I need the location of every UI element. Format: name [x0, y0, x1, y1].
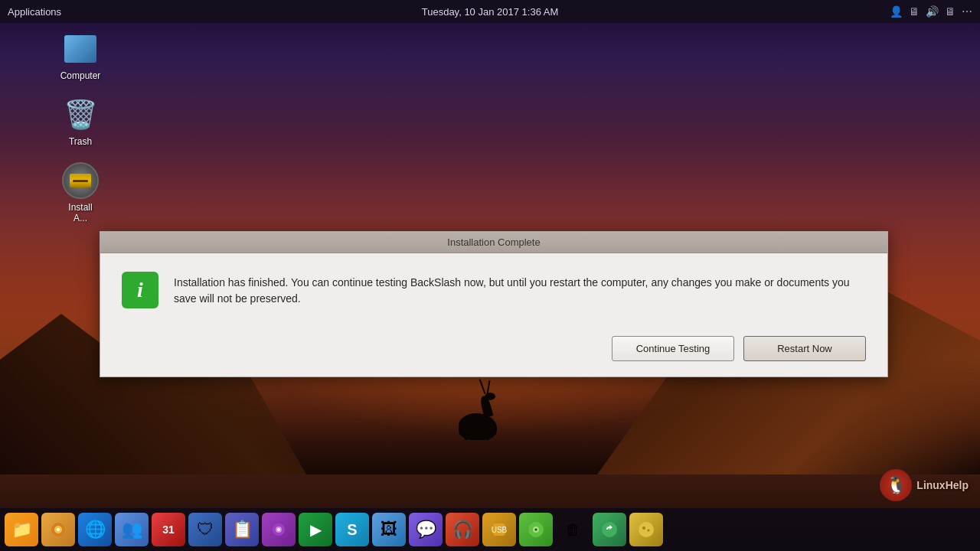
clock-display: Tuesday, 10 Jan 2017 1:36 AM [422, 6, 559, 18]
taskbar-icon-headphones[interactable]: 🎧 [446, 513, 479, 546]
taskbar-icon-contacts[interactable]: 👥 [115, 513, 149, 546]
taskbar-icon-browser[interactable]: 🌐 [78, 513, 112, 546]
taskbar-icon-torchlight[interactable] [41, 513, 75, 546]
installer-inner [70, 174, 91, 187]
svg-point-10 [535, 529, 537, 531]
taskbar-icon-calendar[interactable]: 31 [152, 513, 185, 546]
taskbar-icon-cheese[interactable] [629, 513, 663, 546]
installation-complete-dialog: Installation Complete i Installation has… [100, 231, 888, 377]
taskbar-icon-update[interactable] [593, 513, 626, 546]
taskbar-icon-files[interactable]: 📁 [5, 513, 38, 546]
svg-point-13 [642, 527, 645, 530]
computer-icon-image [62, 31, 99, 67]
network-tray-icon[interactable]: 🖥 [945, 5, 956, 18]
desktop-icon-installer[interactable]: InstallA... [50, 162, 111, 223]
taskbar-icon-gallery[interactable]: 🖼 [372, 513, 406, 546]
svg-point-5 [277, 528, 280, 531]
computer-icon-svg [64, 35, 96, 63]
dialog-content: i Installation has finished. You can con… [100, 253, 887, 327]
display-tray-icon[interactable]: 🖥 [909, 5, 920, 18]
taskbar: 📁 🌐 👥 31 🛡 📋 ▶ S 🖼 💬 🎧 USB 🗑 [0, 508, 980, 551]
taskbar-icon-settings[interactable] [262, 513, 296, 546]
user-tray-icon[interactable]: 👤 [890, 5, 903, 18]
desktop-icon-computer[interactable]: Computer [50, 31, 111, 81]
linuxhelp-icon: 🐧 [880, 469, 912, 501]
dialog-icon-area: i [122, 272, 158, 308]
desktop-icons-area: Computer 🗑️ Trash InstallA... [50, 31, 111, 223]
svg-point-2 [57, 528, 60, 531]
taskbar-icon-vpn[interactable]: 🛡 [188, 513, 222, 546]
top-panel: Applications Tuesday, 10 Jan 2017 1:36 A… [0, 0, 980, 23]
trash-icon-label: Trash [69, 136, 92, 147]
installer-icon-image [62, 162, 99, 199]
restart-now-button[interactable]: Restart Now [743, 336, 866, 361]
linuxhelp-logo: 🐧 LinuxHelp [880, 469, 969, 501]
svg-point-12 [639, 522, 654, 537]
more-tray-icon[interactable]: ⋯ [962, 5, 972, 18]
desktop: Applications Tuesday, 10 Jan 2017 1:36 A… [0, 0, 980, 551]
trash-icon-image: 🗑️ [62, 96, 99, 133]
svg-point-14 [648, 530, 650, 532]
system-tray: 👤 🖥 🔊 🖥 ⋯ [890, 5, 972, 18]
info-icon: i [122, 272, 158, 308]
desktop-icon-trash[interactable]: 🗑️ Trash [50, 96, 111, 147]
dialog-message-text: Installation has finished. You can conti… [174, 272, 866, 307]
computer-icon-label: Computer [60, 70, 101, 81]
taskbar-icon-media[interactable]: ▶ [299, 513, 332, 546]
continue-testing-button[interactable]: Continue Testing [612, 336, 734, 361]
sound-tray-icon[interactable]: 🔊 [926, 5, 939, 18]
taskbar-icon-notes[interactable]: 📋 [225, 513, 259, 546]
linuxhelp-text: LinuxHelp [916, 479, 969, 491]
svg-text:USB: USB [492, 526, 508, 534]
taskbar-icon-chat[interactable]: 💬 [409, 513, 443, 546]
installer-icon-label: InstallA... [68, 202, 92, 223]
taskbar-icon-disk[interactable] [519, 513, 553, 546]
trash-icon-svg: 🗑️ [64, 101, 98, 129]
installer-icon-svg [62, 162, 99, 199]
taskbar-icon-skype[interactable]: S [335, 513, 369, 546]
taskbar-icon-usb[interactable]: USB [482, 513, 516, 546]
dialog-titlebar: Installation Complete [100, 232, 887, 253]
dialog-buttons-area: Continue Testing Restart Now [100, 327, 887, 377]
app-menu-button[interactable]: Applications [8, 6, 61, 18]
dialog-title: Installation Complete [447, 236, 540, 248]
taskbar-icon-trash[interactable]: 🗑 [556, 513, 590, 546]
